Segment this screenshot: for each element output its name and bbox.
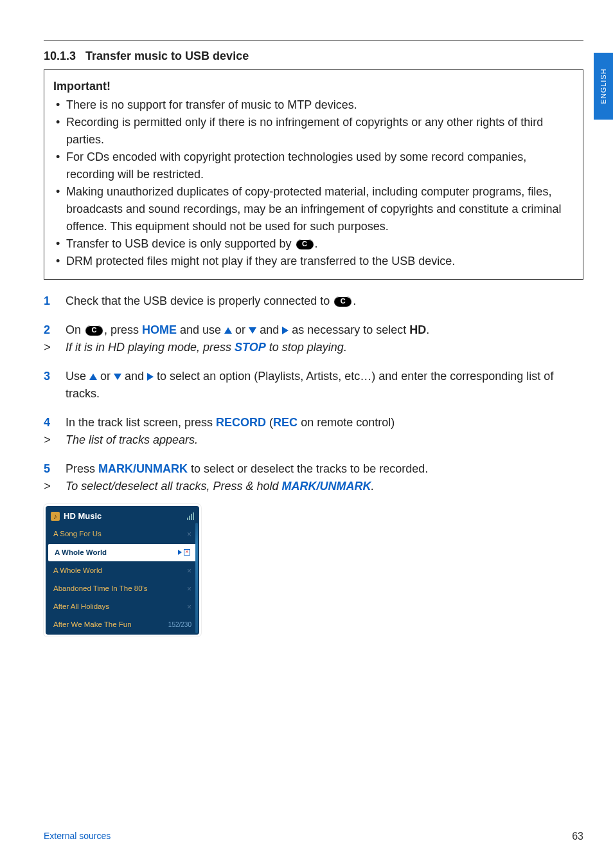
track-title: A Whole World	[55, 547, 107, 558]
up-arrow-icon	[89, 374, 97, 380]
track-row: A Whole World×	[48, 544, 197, 561]
step-5: 5 Press MARK/UNMARK to select or deselec…	[44, 460, 583, 478]
section-title-text: Transfer music to USB device	[85, 50, 249, 62]
up-arrow-icon	[224, 327, 232, 334]
step-number: 3	[44, 368, 54, 402]
step-number: 1	[44, 293, 54, 310]
record-key: RECORD	[216, 416, 266, 429]
mark-icon: ×	[187, 601, 191, 613]
step-5-sub: > To select/deselect all tracks, Press &…	[44, 478, 583, 495]
step-body: The list of tracks appears.	[66, 431, 583, 449]
footer-section: External sources	[44, 831, 111, 842]
signal-icon	[187, 512, 194, 520]
step-body: In the track list screen, press RECORD (…	[66, 414, 583, 431]
mark-unmark-key: MARK/UNMARK	[282, 480, 371, 493]
important-box: Important! There is no support for trans…	[44, 69, 583, 280]
scrollbar	[195, 523, 198, 633]
right-arrow-icon	[147, 373, 154, 381]
track-title: After All Holidays	[53, 601, 109, 612]
rec-key: REC	[273, 416, 298, 429]
important-item: For CDs encoded with copyright protectio…	[53, 149, 574, 183]
step-1: 1 Check that the USB device is properly …	[44, 293, 583, 310]
track-row: After All Holidays×	[47, 598, 198, 616]
step-2-sub: > If it is in HD playing mode, press STO…	[44, 339, 583, 356]
device-screenshot: ♪ HD Music A Song For Us×A Whole World×A…	[44, 504, 201, 637]
language-tab-label: ENGLISH	[600, 68, 607, 104]
device-header: ♪ HD Music	[47, 507, 198, 525]
track-row: Abandoned Time In The 80's×	[47, 580, 198, 598]
important-item: Recording is permitted only if there is …	[53, 114, 574, 149]
music-icon: ♪	[51, 512, 60, 521]
step-body: Press MARK/UNMARK to select or deselect …	[66, 460, 583, 478]
page-footer: External sources 63	[44, 831, 583, 842]
device-header-title: HD Music	[64, 510, 102, 523]
steps: 1 Check that the USB device is properly …	[44, 293, 583, 637]
step-body: Use or and to select an option (Playlist…	[66, 368, 583, 402]
step-number: 2	[44, 321, 54, 339]
top-rule	[44, 40, 583, 41]
track-title: Abandoned Time In The 80's	[53, 583, 147, 594]
important-item: Making unauthorized duplicates of copy-p…	[53, 183, 574, 235]
center-badge-icon: C	[296, 239, 314, 249]
step-3: 3 Use or and to select an option (Playli…	[44, 368, 583, 402]
result-marker: >	[44, 478, 54, 495]
mark-icon: ×	[187, 583, 191, 595]
important-item: Transfer to USB device is only supported…	[53, 235, 574, 253]
right-arrow-icon	[282, 327, 289, 334]
track-title: A Song For Us	[53, 529, 102, 539]
mark-unmark-key: MARK/UNMARK	[98, 462, 188, 475]
center-badge-icon: C	[334, 296, 351, 307]
step-body: To select/deselect all tracks, Press & h…	[66, 478, 583, 495]
section-heading: 10.1.3 Transfer music to USB device	[44, 50, 583, 63]
track-row: A Song For Us×	[47, 525, 198, 543]
step-number: 5	[44, 460, 54, 478]
important-heading: Important!	[53, 78, 574, 95]
step-number: 4	[44, 414, 54, 431]
step-body: Check that the USB device is properly co…	[66, 293, 583, 310]
important-item: DRM protected files might not play if th…	[53, 253, 574, 270]
result-marker: >	[44, 431, 54, 449]
page-number: 63	[572, 831, 583, 842]
step-4: 4 In the track list screen, press RECORD…	[44, 414, 583, 431]
track-title: A Whole World	[53, 565, 102, 576]
step-2: 2 On C, press HOME and use or and as nec…	[44, 321, 583, 339]
hd-label: HD	[409, 323, 426, 336]
step-body: On C, press HOME and use or and as neces…	[66, 321, 583, 339]
mark-icon: ×	[187, 565, 191, 577]
step-4-sub: > The list of tracks appears.	[44, 431, 583, 449]
down-arrow-icon	[114, 374, 121, 380]
track-row: After We Make The Fun152/230	[47, 616, 198, 633]
result-marker: >	[44, 339, 54, 356]
track-row: A Whole World×	[47, 562, 198, 580]
selected-mark-icon: ×	[178, 549, 190, 556]
step-body: If it is in HD playing mode, press STOP …	[66, 339, 583, 356]
important-item: There is no support for transfer of musi…	[53, 96, 574, 114]
stop-key: STOP	[235, 341, 266, 354]
track-title: After We Make The Fun	[53, 619, 132, 630]
down-arrow-icon	[249, 327, 256, 334]
language-tab: ENGLISH	[594, 53, 613, 120]
section-number: 10.1.3	[44, 50, 76, 63]
mark-icon: ×	[187, 529, 191, 540]
home-key: HOME	[142, 323, 177, 336]
track-list: A Song For Us×A Whole World×A Whole Worl…	[47, 525, 198, 634]
track-counter: 152/230	[168, 620, 191, 629]
center-badge-icon: C	[85, 325, 103, 336]
